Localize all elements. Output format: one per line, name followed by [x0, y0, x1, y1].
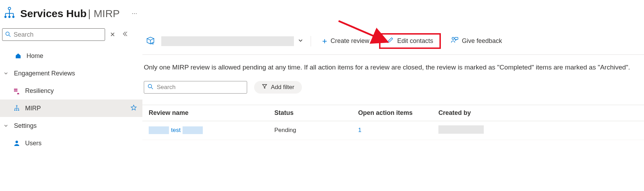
sidebar-search[interactable]: [2, 28, 105, 41]
add-filter-button[interactable]: Add filter: [254, 81, 302, 94]
cell-open-items[interactable]: 1: [358, 127, 438, 134]
review-link[interactable]: test: [171, 127, 180, 134]
main-content: + Create review Edit contacts: [142, 25, 644, 191]
column-header-open-items[interactable]: Open action items: [358, 109, 438, 117]
sidebar-item-label: Users: [25, 140, 42, 147]
sidebar-item-engagement-reviews[interactable]: Engagement Reviews: [0, 65, 142, 82]
separator: [311, 36, 311, 46]
sidebar-item-resiliency[interactable]: Resiliency: [0, 82, 142, 100]
svg-point-21: [18, 110, 19, 111]
annotation-highlight: Edit contacts: [379, 33, 441, 49]
home-icon: [14, 52, 22, 59]
redacted-selection: [161, 36, 294, 46]
svg-point-9: [6, 32, 9, 35]
svg-rect-26: [455, 37, 458, 39]
reviews-table: Review name Status Open action items Cre…: [142, 105, 644, 140]
svg-point-27: [148, 85, 152, 88]
cell-review-name[interactable]: test: [149, 126, 274, 134]
page-title: Services Hub: [20, 8, 87, 19]
give-feedback-button[interactable]: Give feedback: [447, 35, 505, 47]
svg-rect-11: [14, 89, 17, 90]
resiliency-icon: [13, 87, 21, 94]
page-subtitle: MIRP: [94, 8, 120, 19]
filter-icon: [262, 83, 267, 91]
breadcrumb-separator: |: [88, 8, 94, 19]
more-actions-button[interactable]: ⋯: [132, 10, 137, 17]
mirp-icon: [13, 105, 21, 112]
user-icon: [13, 140, 21, 146]
sidebar-item-label: MIRP: [25, 105, 41, 112]
button-label: Add filter: [271, 84, 294, 91]
page-header: Services Hub | MIRP ⋯: [0, 0, 644, 25]
button-label: Give feedback: [462, 37, 502, 45]
sidebar-item-label: Resiliency: [25, 87, 54, 95]
sidebar-search-input[interactable]: [14, 31, 102, 38]
action-bar: + Create review Edit contacts: [142, 33, 644, 55]
redacted-text: [149, 126, 169, 134]
sidebar-item-label: Engagement Reviews: [14, 70, 75, 77]
svg-point-20: [16, 110, 17, 111]
sidebar-item-mirp[interactable]: MIRP: [0, 100, 142, 117]
table-header-row: Review name Status Open action items Cre…: [142, 105, 644, 121]
sidebar-item-label: Settings: [14, 122, 37, 130]
edit-contacts-button[interactable]: Edit contacts: [383, 35, 437, 47]
sidebar-item-settings[interactable]: Settings: [0, 117, 142, 134]
plus-icon: +: [322, 37, 327, 45]
svg-point-22: [15, 141, 18, 143]
svg-point-25: [452, 37, 454, 39]
favorite-star-icon[interactable]: [131, 104, 137, 112]
svg-rect-12: [14, 90, 17, 91]
svg-point-8: [12, 16, 14, 18]
svg-point-19: [14, 110, 15, 111]
column-header-review-name[interactable]: Review name: [149, 109, 274, 117]
button-label: Edit contacts: [397, 37, 433, 45]
svg-line-10: [9, 35, 11, 37]
cell-status: Pending: [274, 127, 358, 134]
redacted-text: [438, 125, 484, 134]
svg-line-28: [151, 88, 153, 89]
scope-selector[interactable]: [161, 36, 303, 46]
cell-created-by: [438, 125, 550, 135]
search-icon: [148, 84, 153, 90]
mirp-network-icon: [3, 6, 15, 21]
sidebar-nav: Home Engagement Reviews Resiliency: [0, 47, 142, 152]
sidebar-item-users[interactable]: Users: [0, 134, 142, 152]
search-icon: [5, 31, 11, 38]
feedback-icon: [451, 36, 458, 46]
table-search-input[interactable]: [157, 84, 243, 91]
description-text: Only one MIRP review is allowed pending …: [142, 55, 644, 79]
sidebar: ✕ Home Engagement Reviews: [0, 25, 142, 191]
chevron-down-icon: [2, 124, 10, 128]
sidebar-item-label: Home: [27, 52, 43, 60]
clear-search-button[interactable]: ✕: [110, 31, 115, 38]
svg-point-6: [5, 16, 7, 18]
column-header-created-by[interactable]: Created by: [438, 109, 550, 117]
svg-point-0: [8, 7, 10, 10]
button-label: Create review: [331, 37, 369, 45]
package-icon: [146, 36, 155, 46]
chevron-down-icon: [298, 38, 303, 44]
table-row[interactable]: test Pending 1: [142, 121, 644, 140]
breadcrumb: Services Hub | MIRP: [20, 8, 120, 20]
redacted-text: [183, 126, 203, 134]
collapse-sidebar-button[interactable]: [122, 31, 128, 38]
filter-row: Add filter: [142, 79, 644, 98]
column-header-status[interactable]: Status: [274, 109, 358, 117]
pencil-icon: [387, 37, 394, 45]
svg-point-7: [8, 16, 10, 18]
table-search[interactable]: [144, 81, 247, 94]
chevron-down-icon: [2, 71, 10, 75]
create-review-button[interactable]: + Create review: [319, 36, 373, 47]
sidebar-item-home[interactable]: Home: [0, 47, 142, 65]
svg-point-13: [16, 105, 17, 106]
